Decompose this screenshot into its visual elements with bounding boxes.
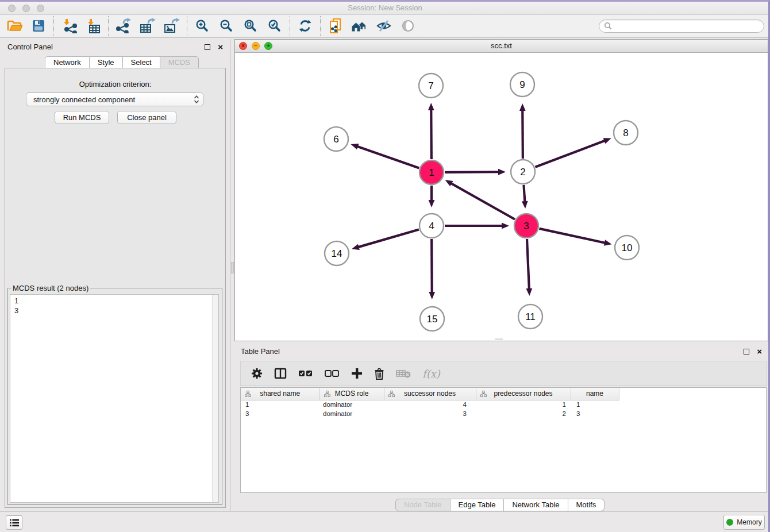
close-panel-icon[interactable]: × [218,42,223,52]
column-header-predecessor-nodes[interactable]: predecessor nodes [476,388,571,400]
edge-3-10[interactable] [539,229,605,243]
arrowhead-4-14 [352,244,360,250]
edge-3-11[interactable] [527,239,529,290]
memory-status-dot [726,519,733,526]
show-columns-icon[interactable] [274,368,287,379]
arrowhead-2-8 [603,138,611,144]
panel-splitter[interactable] [230,39,234,511]
node-3[interactable]: 3 [514,214,538,238]
gear-icon[interactable] [251,368,263,379]
result-scrollbar[interactable] [212,295,218,502]
add-column-icon[interactable] [351,368,363,379]
function-builder-icon[interactable]: f(x) [422,368,440,380]
edge-4-15[interactable] [432,239,432,293]
eye-slash-icon [376,19,391,33]
criterion-dropdown[interactable]: strongly connected component [26,92,203,106]
zoom-fit-button[interactable] [238,16,263,36]
node-2[interactable]: 2 [511,160,535,184]
zoom-selected-button[interactable] [263,16,287,36]
table-row[interactable]: 1dominator411 [241,400,766,409]
node-7[interactable]: 7 [419,74,443,98]
export-network-icon [116,18,132,33]
zoom-out-button[interactable] [214,16,238,36]
import-network-button[interactable] [57,16,81,36]
column-header-mcds-role[interactable]: MCDS role [319,388,384,400]
float-table-panel-icon[interactable] [744,349,749,354]
tab-motifs[interactable]: Motifs [568,499,605,511]
close-table-panel-icon[interactable]: × [757,346,762,357]
first-neighbors-button[interactable] [348,16,372,36]
network-window-titlebar[interactable]: × − + scc.txt [235,40,768,53]
memory-button[interactable]: Memory [723,515,765,530]
unselect-all-icon[interactable] [325,369,340,377]
mcds-result-group: MCDS result (2 nodes) 1 3 [7,284,222,505]
svg-text:9: 9 [519,79,525,90]
tab-node-table[interactable]: Node Table [395,499,451,511]
export-table-button[interactable] [136,16,160,36]
export-network-button[interactable] [111,16,136,36]
arrowhead-1-2 [498,169,506,175]
table-row[interactable]: 3dominator323 [241,409,766,418]
column-header-shared-name[interactable]: shared name [241,388,319,400]
node-11[interactable]: 11 [518,304,542,329]
splitter-grip[interactable] [231,262,234,273]
clone-network-button[interactable] [324,16,348,36]
network-resize-grip[interactable] [495,338,503,340]
delete-column-icon[interactable] [374,368,384,380]
tab-network-table[interactable]: Network Table [504,499,568,511]
search-field[interactable] [599,20,764,33]
refresh-button[interactable] [293,16,317,36]
tab-style[interactable]: Style [90,56,123,68]
svg-text:4: 4 [429,221,434,232]
edge-1-7[interactable] [431,109,432,159]
edge-1-6[interactable] [357,147,419,168]
column-header-successor-nodes[interactable]: successor nodes [384,388,476,400]
node-6[interactable]: 6 [324,127,348,151]
zoom-in-icon [195,19,209,33]
show-annotations-button[interactable] [396,16,420,36]
result-line: 3 [14,306,218,315]
tab-mcds[interactable]: MCDS [160,56,199,68]
network-canvas[interactable]: 7968124314101511 [235,53,768,341]
criterion-value: strongly connected component [33,95,194,104]
hide-graphics-details-button[interactable] [372,16,396,36]
save-session-button[interactable] [26,16,51,36]
table-cell: 2 [476,409,571,418]
svg-text:14: 14 [332,248,342,259]
node-4[interactable]: 4 [419,214,444,238]
edge-3-1[interactable] [451,183,515,219]
zoom-in-button[interactable] [190,16,214,36]
edge-4-14[interactable] [357,229,418,247]
node-10[interactable]: 10 [615,236,639,260]
arrowhead-4-3 [502,223,509,229]
tab-edge-table[interactable]: Edge Table [451,499,505,511]
row-filler [619,400,766,409]
node-14[interactable]: 14 [325,241,349,265]
export-image-button[interactable] [160,16,184,36]
run-mcds-button[interactable]: Run MCDS [55,111,109,124]
search-input[interactable] [612,22,759,30]
close-panel-button[interactable]: Close panel [117,111,176,124]
arrowhead-4-15 [429,292,435,299]
node-9[interactable]: 9 [510,72,534,97]
node-1[interactable]: 1 [419,160,444,184]
node-15[interactable]: 15 [420,307,444,331]
edge-2-9[interactable] [522,110,523,159]
edge-2-3[interactable] [523,185,525,202]
select-all-icon[interactable] [298,369,313,377]
delete-table-icon[interactable] [396,368,411,379]
tab-select[interactable]: Select [123,56,160,68]
task-history-button[interactable] [6,515,22,530]
table-cell: 1 [476,400,571,409]
column-header-name[interactable]: name [571,388,619,400]
float-panel-icon[interactable] [205,44,210,50]
import-table-button[interactable] [81,16,105,36]
node-8[interactable]: 8 [614,121,638,145]
mcds-result-list[interactable]: 1 3 [10,294,219,503]
eye-icon [401,19,415,33]
open-session-button[interactable] [2,16,26,36]
tab-network[interactable]: Network [45,56,90,68]
svg-text:10: 10 [622,242,633,253]
edge-1-2[interactable] [445,172,499,172]
edge-2-8[interactable] [536,140,606,167]
